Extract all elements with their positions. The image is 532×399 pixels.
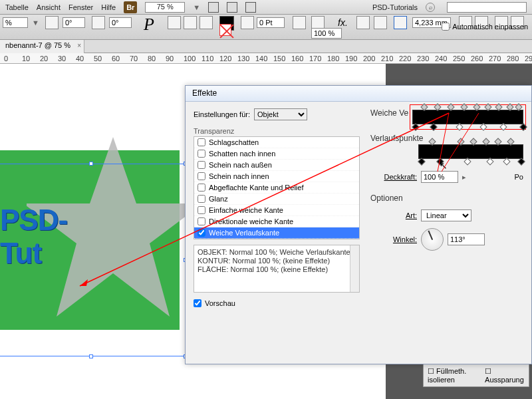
toolbar-icon-b[interactable] xyxy=(184,16,197,29)
knockout-checkbox[interactable]: Aussparung xyxy=(485,367,525,384)
document-tab[interactable]: nbenannt-7 @ 75 %× xyxy=(0,40,84,53)
isolate-blend-checkbox[interactable]: Füllmeth. isolieren xyxy=(428,367,485,384)
toolbar-icon-c[interactable] xyxy=(200,16,213,29)
fx-icon[interactable]: fx. xyxy=(338,17,348,28)
stroke-weight-icon[interactable] xyxy=(241,16,254,29)
preview-checkbox[interactable] xyxy=(194,299,201,307)
fx-item[interactable]: Schein nach außen xyxy=(194,160,359,171)
fx-item[interactable]: Abgeflachte Kante und Relief xyxy=(194,182,359,194)
angle-icon[interactable] xyxy=(45,16,59,29)
view-mode-icon-2[interactable] xyxy=(227,2,237,13)
percent-field[interactable]: 100 % xyxy=(311,28,342,39)
percent-icon[interactable] xyxy=(311,16,325,29)
angle-dial[interactable] xyxy=(421,228,444,251)
toolbar-icon-a[interactable] xyxy=(168,16,181,29)
opacity-field[interactable]: % xyxy=(3,17,28,28)
weiche-verlauf-label: Weiche Ve xyxy=(370,108,408,118)
bridge-icon[interactable]: Br xyxy=(124,1,137,13)
paragraph-icon[interactable]: P xyxy=(144,15,154,35)
search-icon: ⌕ xyxy=(426,3,435,12)
wrap-icon[interactable] xyxy=(356,16,370,29)
deckkraft-label: Deckkraft: xyxy=(370,173,417,181)
cursor-icon: ↖ xyxy=(440,160,448,171)
optionen-label: Optionen xyxy=(370,194,523,203)
art-select[interactable]: Linear xyxy=(421,209,471,221)
help-search-input[interactable] xyxy=(447,2,527,13)
deckkraft-input[interactable] xyxy=(421,171,458,183)
dialog-title: Effekte xyxy=(186,86,531,102)
settings-for-label: Einstellungen für: xyxy=(194,110,250,118)
fx-item[interactable]: Weiche Verlaufskante xyxy=(194,227,359,239)
view-mode-icon-1[interactable] xyxy=(208,2,219,13)
selection-box[interactable] xyxy=(0,164,186,356)
close-tab-icon[interactable]: × xyxy=(77,42,81,49)
transparenz-group: Transparenz xyxy=(194,127,360,135)
menubar: Tabelle Ansicht Fenster Hilfe Br 75 % ▼ … xyxy=(0,0,532,15)
gradient-bar-points[interactable] xyxy=(418,144,523,159)
fx-item[interactable]: Glanz xyxy=(194,194,359,205)
menu-tabelle[interactable]: Tabelle xyxy=(5,3,29,11)
stroke-style-icon[interactable] xyxy=(293,16,306,29)
menu-fenster[interactable]: Fenster xyxy=(68,3,93,11)
angle-field[interactable]: 0° xyxy=(63,17,85,28)
effects-dialog: Effekte Einstellungen für: Objekt Transp… xyxy=(185,85,532,364)
gradient-bar-top[interactable] xyxy=(412,110,523,124)
fx-item[interactable]: Schlagschatten xyxy=(194,137,359,148)
summary-scrollbar[interactable] xyxy=(350,245,359,292)
art-label: Art: xyxy=(370,211,417,219)
menu-ansicht[interactable]: Ansicht xyxy=(37,3,61,11)
fx-item[interactable]: Schatten nach innen xyxy=(194,148,359,160)
toolbar: % ▼ 0° 0° P 0 Pt 100 % fx. 4,233 mm Auto… xyxy=(0,15,532,40)
zoom-level[interactable]: 75 % xyxy=(145,2,185,13)
winkel-input[interactable] xyxy=(448,233,485,245)
shear-icon[interactable] xyxy=(92,16,105,29)
menu-hilfe[interactable]: Hilfe xyxy=(101,3,116,11)
fx-item[interactable]: Einfache weiche Kante xyxy=(194,205,359,216)
horizontal-ruler: 0102030405060708090100110120130140150160… xyxy=(0,53,532,64)
fx-item[interactable]: Schein nach innen xyxy=(194,171,359,182)
transform-icon[interactable] xyxy=(394,16,407,29)
corner-icon[interactable] xyxy=(374,16,387,29)
help-search-label: PSD-Tutorials xyxy=(372,3,418,11)
fx-item[interactable]: Direktionale weiche Kante xyxy=(194,216,359,227)
preview-label: Vorschau xyxy=(205,299,235,307)
settings-for-select[interactable]: Objekt xyxy=(254,108,307,120)
stroke-weight-field[interactable]: 0 Pt xyxy=(257,17,285,28)
no-fill-swatch[interactable] xyxy=(219,24,231,36)
view-mode-icon-3[interactable] xyxy=(245,2,256,13)
position-label-cut: Po xyxy=(515,173,523,181)
auto-fit-toggle[interactable]: Automatisch einpassen xyxy=(442,23,528,31)
document-tabs: nbenannt-7 @ 75 %× xyxy=(0,40,532,53)
effects-list: SchlagschattenSchatten nach innenSchein … xyxy=(194,136,360,239)
winkel-label: Winkel: xyxy=(370,235,417,243)
shear-field[interactable]: 0° xyxy=(109,17,132,28)
effects-summary: OBJEKT: Normal 100 %; Weiche Verlaufskan… xyxy=(194,245,360,293)
